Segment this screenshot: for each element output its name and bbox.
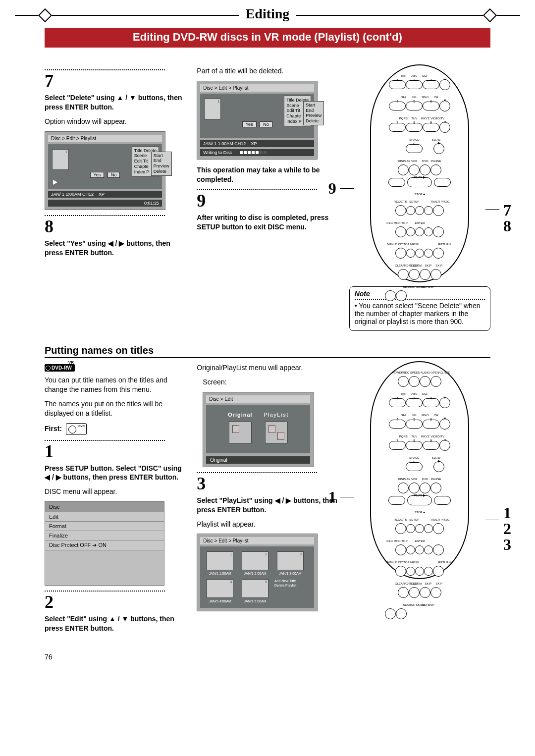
original-label[interactable]: Original	[228, 412, 253, 418]
display[interactable]	[398, 164, 409, 175]
pl-cell[interactable]: 3JAN/1 3:00AM	[274, 551, 306, 575]
key-0[interactable]: 0	[406, 144, 423, 153]
step-2-number: 2	[45, 592, 186, 612]
progress-indicator	[240, 150, 268, 155]
section-heading: Putting names on titles	[45, 345, 490, 358]
cm-skip[interactable]	[396, 290, 407, 301]
key-8[interactable]: 8	[406, 123, 423, 132]
callout-3-right: 3	[503, 536, 511, 554]
ui-original-playlist: Disc > Edit Original PlayList Original	[203, 392, 314, 467]
step-9-number: 9	[197, 190, 338, 211]
pl-cell[interactable]: 5JAN/1 5:00AM	[239, 579, 271, 603]
up[interactable]	[415, 206, 424, 215]
power[interactable]	[398, 376, 409, 387]
video-tv[interactable]: ●	[439, 122, 450, 133]
pl-cell[interactable]: 4JAN/1 4:00AM	[204, 579, 236, 603]
down[interactable]	[415, 249, 424, 258]
skip-back[interactable]	[420, 269, 430, 280]
disc-menu-item[interactable]: Finalize	[45, 531, 164, 540]
search-mode[interactable]	[385, 290, 396, 301]
insert-disc-icon	[66, 423, 87, 435]
no-button[interactable]: No	[260, 121, 272, 127]
key-2[interactable]: 2	[406, 80, 423, 89]
ui-playlist-grid: Disc > Edit > Playlist 1JAN/1 1:00AM 2JA…	[197, 534, 318, 611]
step-3-number: 3	[197, 473, 338, 494]
ffwd[interactable]	[434, 178, 451, 187]
yes-button[interactable]: Yes	[90, 172, 105, 178]
playlist-label[interactable]: PlayList	[264, 412, 288, 418]
col-left: 7 Select "Delete" using ▲ / ▼ buttons, t…	[45, 64, 186, 331]
breadcrumb: Disc > Edit	[206, 395, 310, 403]
status-mode: XP	[99, 192, 105, 197]
breadcrumb: Disc > Edit > Playlist	[48, 135, 162, 142]
step-3-instruction: Select "PlayList" using ◀ / ▶ buttons, t…	[197, 496, 338, 515]
step-7-number: 7	[45, 70, 186, 91]
rec-monitor[interactable]	[395, 226, 406, 237]
page-number: 76	[45, 653, 53, 661]
rec-otr[interactable]	[395, 205, 406, 216]
ui-screenshot-step7: Disc > Edit > Playlist 1 Title Delete Sc…	[45, 131, 165, 210]
setup[interactable]	[406, 206, 415, 215]
key-3[interactable]: 3	[423, 80, 439, 89]
title-thumbnail: 1	[204, 99, 221, 119]
playlist-card-icon[interactable]	[265, 422, 288, 443]
key-7[interactable]: 7	[389, 123, 406, 132]
header-banner: Editing DVD-RW discs in VR mode (Playlis…	[45, 28, 490, 48]
status-left: JAN/ 1 1:00AM CH12	[51, 192, 94, 197]
menu-list[interactable]	[395, 248, 406, 259]
no-button[interactable]: No	[107, 172, 120, 178]
return[interactable]	[433, 248, 444, 259]
timer-prog[interactable]	[433, 205, 444, 216]
left[interactable]	[406, 227, 415, 236]
rew[interactable]	[388, 178, 405, 187]
key-6[interactable]: 6	[423, 102, 439, 110]
pause[interactable]	[430, 164, 441, 175]
key-5[interactable]: 5	[406, 102, 423, 110]
header-tab-wrap: Editing	[45, 15, 490, 31]
vcr[interactable]	[409, 164, 420, 175]
header-tab: Editing	[239, 6, 297, 22]
audio[interactable]	[420, 376, 430, 387]
disc-menu-item[interactable]: Edit	[45, 512, 164, 521]
zoom[interactable]	[409, 269, 420, 280]
slow[interactable]: ▶	[433, 143, 444, 154]
elapsed-time: 0:01:25	[144, 201, 159, 206]
col-right: @/:ABCDEF 123▲ GHIJKLMNOCH 456▼ PQRSTUVW…	[349, 64, 490, 331]
context-popup: Title Delete Scene Edit Tit Chapte Index…	[284, 96, 311, 126]
enter[interactable]	[415, 227, 424, 236]
key-1[interactable]: 1	[389, 80, 406, 89]
clear-reset[interactable]	[398, 269, 409, 280]
step-1-instruction: Press SETUP button. Select "DISC" using …	[45, 464, 186, 483]
title-thumbnail: 1	[52, 149, 69, 170]
right[interactable]	[424, 227, 433, 236]
context-sub-popup: Start End Preview Delete	[151, 152, 172, 176]
col-right-lower: POWERREC SPEEDAUDIOOPEN/CLOSE @/:ABCDEF …	[349, 361, 490, 638]
step-3-body: Playlist will appear.	[197, 520, 338, 529]
top-menu[interactable]	[406, 249, 415, 258]
col-mid-lower: Original/PlayList menu will appear. Scre…	[197, 361, 338, 638]
pl-cell[interactable]: 2JAN/1 2:00AM	[239, 551, 271, 575]
rec-speed[interactable]	[409, 376, 420, 387]
callout-9: 9	[328, 179, 336, 198]
play[interactable]: PLAY ▶	[407, 177, 432, 187]
disc-menu-item[interactable]: Format	[45, 521, 164, 531]
open-close[interactable]	[430, 376, 441, 387]
key-4[interactable]: 4	[389, 102, 406, 110]
step-2-instruction: Select "Edit" using ▲ / ▼ buttons, then …	[45, 614, 186, 633]
skip-fwd[interactable]	[430, 269, 441, 280]
yes-button[interactable]: Yes	[242, 121, 257, 127]
ch-up[interactable]: ▲	[439, 79, 450, 90]
remote-diagram-2: POWERREC SPEEDAUDIOOPEN/CLOSE @/:ABCDEF …	[370, 361, 469, 579]
writing-label: Writing to Disc	[203, 150, 232, 155]
pl-cell[interactable]: 1JAN/1 1:00AM	[204, 551, 236, 575]
callout-8: 8	[503, 217, 511, 235]
ch-down[interactable]: ▼	[439, 101, 450, 111]
pl-add-cell[interactable]: Add New Title Delete Playlist	[274, 579, 306, 588]
original-card-icon[interactable]	[229, 422, 252, 443]
disc-menu-item[interactable]: Disc Protect OFF ➔ ON	[45, 540, 164, 550]
dvd[interactable]	[420, 164, 430, 175]
dvd-rw-vr-badge: VR DVD-RW	[45, 364, 75, 372]
key-9[interactable]: 9	[423, 123, 439, 132]
original-playlist-intro: Original/PlayList menu will appear.	[197, 363, 338, 373]
play-icon	[53, 180, 57, 185]
